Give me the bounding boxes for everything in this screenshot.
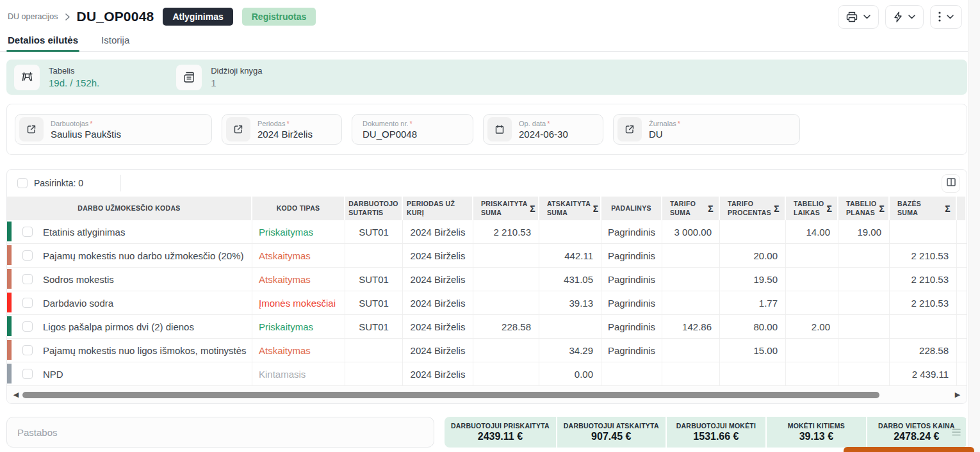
vertical-scrollbar-gutter[interactable] [968,0,980,452]
timesheet-info[interactable]: Tabelis 19d. / 152h. [14,65,99,90]
column-header-contract[interactable]: Darbuotojo sutartis [345,197,403,220]
field-label: Dokumento nr. [363,120,409,127]
more-options-button[interactable] [930,5,962,29]
totals-summary: Darbuotojui priskaityta2439.11 €Darbuoto… [445,417,967,448]
column-header-name[interactable]: Darbo užmokesčio kodas [7,197,252,220]
column-header-type[interactable]: Kodo tipas [252,197,345,220]
cell-type: Įmonės mokesčiai [252,291,345,315]
row-type-stripe [7,340,12,360]
print-button[interactable] [838,5,879,29]
sum-icon[interactable]: Σ [774,204,780,214]
row-checkbox[interactable] [22,345,33,355]
cell-department: Pagrindinis [601,268,662,291]
row-checkbox[interactable] [22,369,33,379]
row-checkbox[interactable] [22,321,33,332]
journal-field[interactable]: Žurnalas* DU [613,114,800,145]
row-checkbox[interactable] [22,274,33,284]
toolbar-divider [120,175,121,191]
cell-deducted: 34.29 [539,339,601,362]
table-row[interactable]: Etatinis atlyginimasPriskaitymasSUT01202… [7,220,967,244]
table-row[interactable]: Pajamų mokestis nuo ligos išmokos, motin… [7,339,967,362]
row-type-stripe [7,269,12,289]
column-header-label: Tarifo suma [670,200,705,216]
cell-deducted: 39.13 [539,291,601,315]
column-header-rate_percent[interactable]: Tarifo procentasΣ [720,197,786,220]
notes-input[interactable] [6,417,434,448]
cell-rate_percent [720,362,786,386]
table-row[interactable]: Ligos pašalpa pirmos dvi (2) dienosPrisk… [7,315,967,339]
column-header-plan[interactable]: Tabelio planasΣ [838,197,890,220]
ledger-info[interactable]: Didžioji knyga 1 [176,65,262,90]
table-row[interactable]: Pajamų mokestis nuo darbo užmokesčio (20… [7,244,967,268]
column-header-extra[interactable] [957,197,967,220]
row-checkbox[interactable] [22,227,33,237]
tab-detail-lines[interactable]: Detalios eilutės [8,31,78,51]
field-label: Darbuotojas [51,120,88,127]
cell-contract [345,244,403,268]
cell-plan [838,244,890,268]
column-header-label: Bazės suma [897,200,942,216]
sum-icon[interactable]: Σ [879,204,885,214]
breadcrumb[interactable]: DU operacijos [8,12,58,21]
summary-menu-icon[interactable] [952,427,961,439]
row-checkbox[interactable] [22,250,33,261]
tab-history[interactable]: Istorija [101,31,129,51]
cell-plan [838,315,890,339]
sum-icon[interactable]: Σ [827,204,833,214]
code-type-label: Įmonės mokesčiai [259,298,336,309]
cell-department: Pagrindinis [601,339,662,362]
table-row[interactable]: Darbdavio sodraĮmonės mokesčiaiSUT012024… [7,291,967,315]
cell-accrued [473,268,539,291]
period-field[interactable]: Periodas* 2024 Birželis [222,114,342,145]
column-settings-button[interactable] [942,174,960,193]
cell-plan [838,291,890,315]
scroll-left-icon[interactable]: ◀ [11,391,21,399]
wage-code-label: Pajamų mokestis nuo ligos išmokos, motin… [43,345,247,356]
column-header-time[interactable]: Tabelio laikasΣ [786,197,838,220]
cell-base: 2 210.53 [890,291,957,315]
chevron-down-icon [863,15,870,19]
primary-action-button-clipped[interactable] [844,447,974,452]
chevron-right-icon [65,13,70,20]
column-header-rate_amount[interactable]: Tarifo sumaΣ [662,197,720,220]
sum-icon[interactable]: Σ [530,204,535,214]
actions-button[interactable] [885,5,924,29]
summary-label: Darbuotojui atskaityta [564,422,659,430]
horizontal-scrollbar: ◀ ▶ [7,386,967,403]
external-link-icon [617,117,642,141]
cell-extra [957,362,967,386]
operation-date-field[interactable]: Op. data* 2024-06-30 [483,114,603,145]
column-header-deducted[interactable]: Atskaityta sumaΣ [539,197,601,220]
scroll-right-icon[interactable]: ▶ [952,391,963,399]
summary-label: Mokėti kitiems [788,422,845,430]
column-header-accrued[interactable]: Priskaityta sumaΣ [473,197,539,220]
column-header-label: Kodo tipas [277,204,320,213]
scrollbar-track[interactable] [21,391,952,399]
column-header-period[interactable]: Periodas už kurį [403,197,473,220]
cell-base [890,315,957,339]
sum-icon[interactable]: Σ [945,204,951,214]
column-header-base[interactable]: Bazės sumaΣ [890,197,957,220]
sum-icon[interactable]: Σ [708,204,714,214]
sum-icon[interactable]: Σ [593,204,599,214]
scrollbar-thumb[interactable] [22,392,879,398]
cell-name: Pajamų mokestis nuo ligos išmokos, motin… [7,339,252,362]
cell-type: Priskaitymas [252,315,345,339]
select-all-checkbox[interactable] [17,178,28,188]
cell-deducted: 431.05 [539,268,601,291]
cell-deducted: 0.00 [539,362,601,386]
document-number-field[interactable]: Dokumento nr.* DU_OP0048 [352,114,473,145]
table-row[interactable]: NPDKintamasis2024 Birželis0.002 439.11 [7,362,967,386]
cell-extra [957,220,967,244]
bottom-bar: Darbuotojui priskaityta2439.11 €Darbuoto… [6,417,967,448]
cell-time [786,268,838,291]
summary-label: Darbo vietos kaina [878,422,955,430]
top-bar: DU operacijos DU_OP0048 Atlyginimas Regi… [0,0,980,27]
info-value: 1 [211,77,262,88]
column-header-department[interactable]: Padalinys [601,197,662,220]
employee-field[interactable]: Darbuotojas* Saulius Paukštis [15,114,212,145]
table-row[interactable]: Sodros mokestisAtskaitymasSUT012024 Birž… [7,268,967,291]
row-checkbox[interactable] [22,298,33,308]
summary-label: Darbuotojui mokėti [676,422,756,430]
cell-rate_percent: 1.77 [720,291,786,315]
